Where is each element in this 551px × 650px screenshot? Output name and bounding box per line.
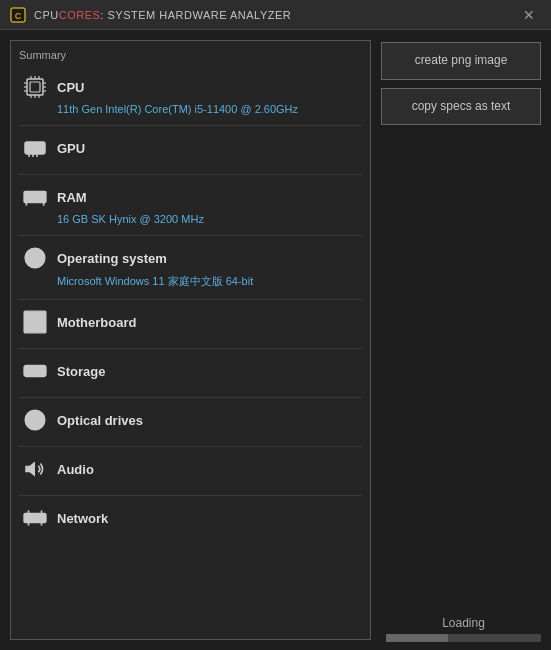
divider-1 <box>19 125 362 126</box>
svg-rect-37 <box>36 314 40 318</box>
hw-item-ram[interactable]: RAM 16 GB SK Hynix @ 3200 MHz <box>19 179 362 229</box>
hw-item-os[interactable]: OS Operating system Microsoft Windows 11… <box>19 240 362 293</box>
loading-bar-fill <box>386 634 448 642</box>
os-icon: OS <box>21 244 49 272</box>
create-png-button[interactable]: create png image <box>381 42 541 80</box>
copy-specs-button[interactable]: copy specs as text <box>381 88 541 126</box>
optical-icon <box>21 406 49 434</box>
close-button[interactable]: ✕ <box>517 5 541 25</box>
hw-item-ram-header: RAM <box>21 183 360 211</box>
divider-2 <box>19 174 362 175</box>
hw-item-optical[interactable]: Optical drives <box>19 402 362 440</box>
left-panel: Summary <box>10 40 371 640</box>
divider-5 <box>19 348 362 349</box>
optical-name: Optical drives <box>57 413 143 428</box>
main-content: Summary <box>0 30 551 650</box>
title-bar: C CPUCORES: SYSTEM HARDWARE ANALYZER ✕ <box>0 0 551 30</box>
svg-marker-51 <box>25 461 35 476</box>
hw-item-storage[interactable]: Storage <box>19 353 362 391</box>
cpu-icon <box>21 73 49 101</box>
gpu-name: GPU <box>57 141 85 156</box>
hw-item-cpu[interactable]: CPU 11th Gen Intel(R) Core(TM) i5-11400 … <box>19 69 362 119</box>
svg-text:C: C <box>15 11 22 21</box>
audio-name: Audio <box>57 462 94 477</box>
storage-icon <box>21 357 49 385</box>
motherboard-icon <box>21 308 49 336</box>
gpu-icon <box>21 134 49 162</box>
ram-detail: 16 GB SK Hynix @ 3200 MHz <box>57 213 360 225</box>
os-detail: Microsoft Windows 11 家庭中文版 64-bit <box>57 274 360 289</box>
network-icon <box>21 504 49 532</box>
hw-item-cpu-header: CPU <box>21 73 360 101</box>
loading-text: Loading <box>386 616 541 630</box>
svg-point-50 <box>34 419 36 421</box>
divider-3 <box>19 235 362 236</box>
hw-item-motherboard-header: Motherboard <box>21 308 360 336</box>
hw-item-gpu-header: GPU <box>21 134 360 162</box>
summary-label: Summary <box>19 49 362 61</box>
divider-8 <box>19 495 362 496</box>
divider-6 <box>19 397 362 398</box>
cpu-detail: 11th Gen Intel(R) Core(TM) i5-11400 @ 2.… <box>57 103 360 115</box>
svg-rect-36 <box>27 314 34 321</box>
loading-area: Loading <box>386 616 541 642</box>
title-text: CPUCORES: SYSTEM HARDWARE ANALYZER <box>34 9 291 21</box>
audio-icon <box>21 455 49 483</box>
hw-item-optical-header: Optical drives <box>21 406 360 434</box>
storage-name: Storage <box>57 364 105 379</box>
hw-item-audio-header: Audio <box>21 455 360 483</box>
right-panel: create png image copy specs as text <box>381 40 541 640</box>
svg-rect-17 <box>28 145 36 151</box>
hw-item-motherboard[interactable]: Motherboard <box>19 304 362 342</box>
hw-item-network-header: Network <box>21 504 360 532</box>
network-name: Network <box>57 511 108 526</box>
os-name: Operating system <box>57 251 167 266</box>
svg-point-45 <box>39 369 43 373</box>
hw-item-gpu[interactable]: GPU <box>19 130 362 168</box>
ram-name: RAM <box>57 190 87 205</box>
motherboard-name: Motherboard <box>57 315 136 330</box>
divider-7 <box>19 446 362 447</box>
hw-item-audio[interactable]: Audio <box>19 451 362 489</box>
divider-4 <box>19 299 362 300</box>
hw-item-network[interactable]: Network <box>19 500 362 538</box>
hw-item-storage-header: Storage <box>21 357 360 385</box>
hw-item-os-header: OS Operating system <box>21 244 360 272</box>
svg-rect-3 <box>30 82 40 92</box>
app-icon: C <box>10 7 26 23</box>
ram-icon <box>21 183 49 211</box>
svg-text:OS: OS <box>28 253 43 264</box>
loading-bar-background <box>386 634 541 642</box>
cpu-name: CPU <box>57 80 84 95</box>
title-bar-left: C CPUCORES: SYSTEM HARDWARE ANALYZER <box>10 7 291 23</box>
